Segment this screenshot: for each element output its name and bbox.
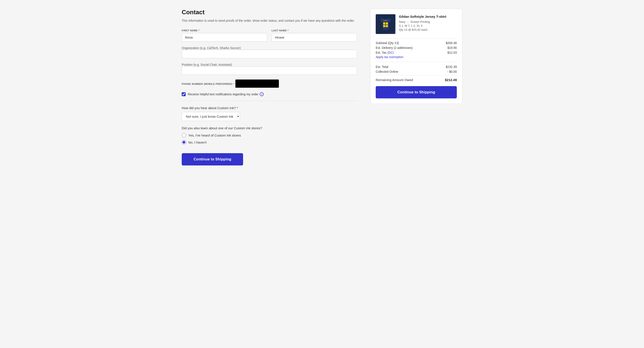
est-total-label: Est. Total [376,65,388,68]
stores-radio-yes-label[interactable]: Yes, I've heard of Custom Ink stores [182,133,357,138]
product-sizes: S 1, M 7, L 2, XL 3 [399,24,457,28]
stores-radio-no-label[interactable]: No, I haven't [182,140,357,144]
svg-rect-2 [383,22,385,24]
last-name-input[interactable] [272,33,357,42]
stores-radio-yes-text: Yes, I've heard of Custom Ink stores [188,134,241,137]
stores-question: Did you also learn about one of our Cust… [182,126,357,130]
remaining-label: Remaining Amount Owed [376,78,413,82]
first-name-group: FIRST NAME * [182,29,267,42]
collected-online-label: Collected Online [376,70,398,74]
position-group: Position (e.g. Social Chair, Assistant) [182,63,357,75]
product-image: STACKY! [376,14,396,34]
est-total-row: Est. Total $232.39 [376,65,457,68]
info-icon[interactable]: i [260,92,264,96]
continue-to-shipping-bottom-button[interactable]: Continue to Shipping [182,153,243,166]
delivery-label: Est. Delivery (2 addresses) [376,46,412,50]
subtotal-label: Subtotal (Qty 13) [376,41,399,45]
how-did-you-hear-select[interactable]: Not sure, I just know Custom Ink Search … [182,112,240,121]
svg-rect-5 [386,25,388,27]
est-total-value: $232.39 [446,65,457,68]
tax-label: Est. Tax (DC) [376,51,394,54]
svg-rect-4 [383,25,385,27]
last-name-group: LAST NAME * [272,29,357,42]
svg-rect-3 [386,22,388,24]
stores-radio-group: Yes, I've heard of Custom Ink stores No,… [182,133,357,144]
apply-tax-exemption-link[interactable]: Apply tax exemption [376,55,457,59]
tshirt-svg: STACKY! [377,15,394,33]
tax-row: Est. Tax (DC) $12.03 [376,51,457,54]
summary-divider-1 [376,38,457,38]
continue-to-shipping-button[interactable]: Continue to Shipping [376,86,457,98]
order-summary-card: STACKY! Gildan Softstyle Jersey T-shirt … [370,9,462,104]
right-column: STACKY! Gildan Softstyle Jersey T-shirt … [370,9,462,104]
name-row: FIRST NAME * LAST NAME * [182,29,357,42]
phone-label: PHONE NUMBER (Mobile Preferred) * [182,82,234,85]
organization-label: Organization (e.g. CalTech, Sharks Socce… [182,46,241,50]
left-column: Contact This information is used to send… [182,9,357,166]
collected-online-row: Collected Online - $0.00 [376,70,457,74]
delivery-row: Est. Delivery (2 addresses) $19.90 [376,46,457,50]
notifications-checkbox-row: Receive helpful text notifications regar… [182,92,357,96]
remaining-row: Remaining Amount Owed $212.49 [376,75,457,82]
notifications-checkbox[interactable] [182,92,186,96]
how-did-you-hear-group: How did you hear about Custom Ink? * Not… [182,106,357,121]
organization-input[interactable] [182,50,357,58]
subtotal-value: $200.46 [446,41,457,45]
product-row: STACKY! Gildan Softstyle Jersey T-shirt … [376,14,457,34]
page-title: Contact [182,9,357,16]
svg-text:STACKY!: STACKY! [383,20,388,21]
subtotal-row: Subtotal (Qty 13) $200.46 [376,41,457,45]
phone-input[interactable] [235,79,279,88]
stores-radio-yes[interactable] [182,133,186,138]
position-label: Position (e.g. Social Chair, Assistant) [182,63,232,66]
delivery-value: $19.90 [448,46,457,50]
stores-radio-no[interactable] [182,140,186,144]
organization-group: Organization (e.g. CalTech, Sharks Socce… [182,46,357,58]
product-qty: Qty 13 @ $15.42 each [399,28,457,31]
product-name: Gildan Softstyle Jersey T-shirt [399,14,457,19]
last-name-label: LAST NAME * [272,29,357,32]
form-divider [182,100,357,101]
product-details: Gildan Softstyle Jersey T-shirt Navy | S… [399,14,457,34]
notifications-label: Receive helpful text notifications regar… [188,92,264,96]
product-meta: Navy | Screen Printing [399,20,457,24]
summary-divider-2 [376,62,457,62]
tax-value: $12.03 [448,51,457,54]
tax-section: Est. Tax (DC) $12.03 Apply tax exemption [376,51,457,59]
how-did-you-hear-question: How did you hear about Custom Ink? * [182,106,357,110]
tax-location-link[interactable]: (DC) [387,51,394,54]
stores-radio-no-text: No, I haven't [188,140,207,144]
position-input[interactable] [182,66,357,75]
first-name-input[interactable] [182,33,267,42]
collected-online-value: - $0.00 [447,70,457,74]
phone-group: PHONE NUMBER (Mobile Preferred) * [182,79,357,88]
contact-description: This information is used to send proofs … [182,18,357,23]
first-name-label: FIRST NAME * [182,29,267,32]
remaining-value: $212.49 [445,78,457,82]
